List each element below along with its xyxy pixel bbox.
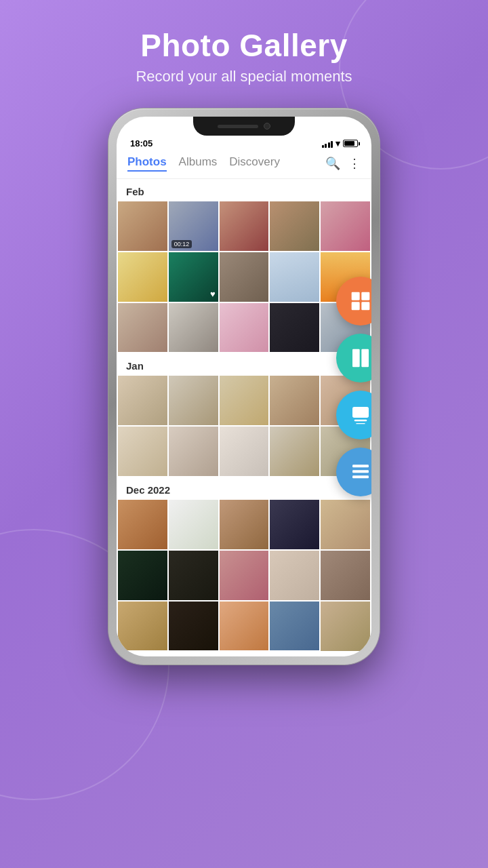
svg-rect-0 [352, 292, 360, 300]
svg-rect-10 [352, 407, 369, 418]
svg-rect-6 [354, 353, 358, 355]
photo-cell[interactable] [270, 303, 319, 353]
list-icon [350, 461, 371, 483]
app-subtitle: Record your all special moments [0, 68, 488, 85]
svg-rect-13 [352, 465, 369, 467]
photo-cell[interactable] [321, 601, 370, 651]
photo-cell[interactable] [220, 551, 269, 600]
photo-cell[interactable]: ♥ [169, 252, 218, 302]
grid-icon [350, 290, 371, 312]
photo-cell[interactable] [118, 201, 167, 251]
photo-cell[interactable] [270, 500, 319, 549]
fab-book-view[interactable] [336, 334, 371, 382]
photo-cell[interactable] [270, 201, 319, 251]
photo-cell[interactable] [270, 252, 319, 302]
photo-grid-jan [117, 376, 371, 477]
photo-cell[interactable] [220, 201, 269, 251]
svg-rect-8 [354, 356, 358, 358]
photo-cell[interactable] [220, 427, 269, 476]
tab-discovery[interactable]: Discovery [229, 155, 280, 172]
photo-cell[interactable] [169, 376, 218, 425]
heart-icon: ♥ [210, 289, 216, 299]
month-jan: Jan [117, 353, 371, 376]
signal-icon [322, 140, 333, 148]
front-camera [264, 123, 270, 130]
phone-notch [193, 117, 295, 136]
wifi-icon: ▾ [336, 138, 340, 149]
search-icon[interactable]: 🔍 [325, 156, 340, 171]
nav-actions: 🔍 ⋮ [325, 156, 361, 171]
photo-cell[interactable] [118, 500, 167, 549]
svg-rect-9 [363, 356, 367, 358]
svg-rect-3 [361, 302, 369, 310]
photo-grid-feb: 00:12 ♥ [117, 201, 371, 353]
video-badge: 00:12 [171, 240, 192, 248]
photo-cell[interactable] [220, 376, 269, 425]
photo-cell[interactable] [118, 252, 167, 302]
battery-icon [343, 140, 358, 147]
photo-cell[interactable] [169, 551, 218, 600]
nav-tabs: Photos Albums Discovery [127, 155, 325, 172]
photo-cell[interactable] [270, 551, 319, 600]
photo-cell[interactable] [270, 601, 319, 651]
phone-screen: 18:05 ▾ Photos [117, 117, 371, 656]
month-dec: Dec 2022 [117, 477, 371, 500]
tab-albums[interactable]: Albums [179, 155, 218, 172]
speaker [218, 125, 258, 128]
fab-grid-view[interactable] [336, 277, 371, 326]
photo-cell[interactable] [270, 376, 319, 425]
photo-cell[interactable] [169, 601, 218, 651]
book-icon [350, 347, 371, 369]
photo-cell[interactable] [169, 303, 218, 353]
status-icons: ▾ [322, 138, 359, 149]
photo-cell[interactable] [220, 252, 269, 302]
photo-cell[interactable] [220, 500, 269, 549]
photo-cell[interactable] [321, 500, 370, 549]
fab-container [336, 277, 371, 496]
photo-cell[interactable] [321, 201, 370, 251]
photo-grid-dec [117, 500, 371, 651]
photo-cell[interactable] [321, 551, 370, 600]
more-options-icon[interactable]: ⋮ [348, 156, 361, 171]
svg-rect-12 [356, 423, 365, 424]
app-header: Photo Gallery Record your all special mo… [0, 0, 488, 85]
photo-cell[interactable] [118, 303, 167, 353]
phone-mockup: 18:05 ▾ Photos [108, 108, 380, 665]
photo-cell[interactable] [118, 551, 167, 600]
photo-cell[interactable]: 00:12 [169, 201, 218, 251]
svg-rect-1 [361, 292, 369, 300]
photo-cell[interactable] [169, 500, 218, 549]
month-feb: Feb [117, 179, 371, 201]
status-time: 18:05 [130, 138, 152, 149]
photo-cell[interactable] [220, 303, 269, 353]
tab-photos[interactable]: Photos [127, 155, 167, 172]
app-title: Photo Gallery [0, 27, 488, 64]
svg-rect-11 [354, 420, 367, 422]
photo-cell[interactable] [270, 427, 319, 476]
photo-cell[interactable] [118, 427, 167, 476]
photo-cell[interactable] [220, 601, 269, 651]
phone-outer-shell: 18:05 ▾ Photos [108, 108, 380, 665]
photo-cell[interactable] [169, 427, 218, 476]
photo-cell[interactable] [118, 376, 167, 425]
svg-rect-15 [352, 475, 369, 478]
photo-cell[interactable] [118, 601, 167, 651]
svg-rect-7 [363, 353, 367, 355]
app-navigation: Photos Albums Discovery 🔍 ⋮ [117, 151, 371, 179]
fab-list-view[interactable] [336, 448, 371, 496]
fab-card-view[interactable] [336, 391, 371, 439]
svg-rect-2 [352, 302, 360, 310]
card-icon [350, 404, 371, 426]
svg-rect-14 [352, 470, 369, 473]
gallery-content: Feb 00:12 ♥ [117, 179, 371, 651]
